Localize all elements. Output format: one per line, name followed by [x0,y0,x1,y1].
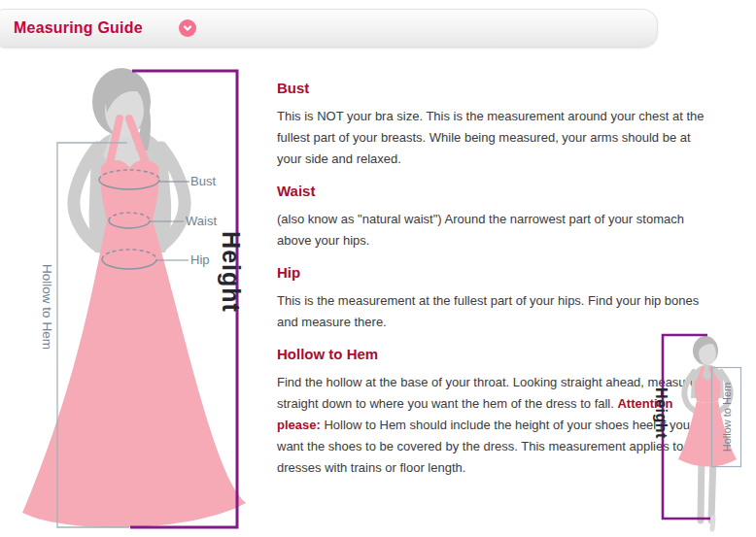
section-hip: Hip This is the measurement at the fulle… [277,264,710,333]
section-heading-hip: Hip [277,264,710,281]
page-title: Measuring Guide [14,19,143,37]
hollow-to-hem-label: Hollow to Hem [39,262,54,352]
measuring-guide-page: Measuring Guide [0,0,756,537]
waist-label: Waist [186,214,217,228]
section-bust: Bust This is NOT your bra size. This is … [277,80,710,170]
section-heading-waist: Waist [277,183,710,199]
hollow-to-hem-label: Hollow to Hem [721,380,734,455]
hip-label: Hip [190,252,210,267]
height-label: Height [650,387,670,438]
knee-length-measurement-diagram: Height Hollow to Hem [641,325,756,537]
section-body-waist: (also know as "natural waist") Around th… [277,209,710,252]
section-waist: Waist (also know as "natural waist") Aro… [277,183,710,252]
chevron-down-glyph [182,22,193,34]
full-length-measurement-diagram: Bust Waist Hip Height Hollow to Hem [29,58,272,537]
section-heading-bust: Bust [277,80,710,96]
skirt [22,220,246,527]
bust-label: Bust [190,174,216,188]
collapse-chevron-down-icon[interactable] [179,19,196,37]
bodice [100,160,158,224]
height-label: Height [214,228,245,316]
measuring-guide-header[interactable]: Measuring Guide [0,9,658,48]
section-body-bust: This is NOT your bra size. This is the m… [277,106,710,170]
